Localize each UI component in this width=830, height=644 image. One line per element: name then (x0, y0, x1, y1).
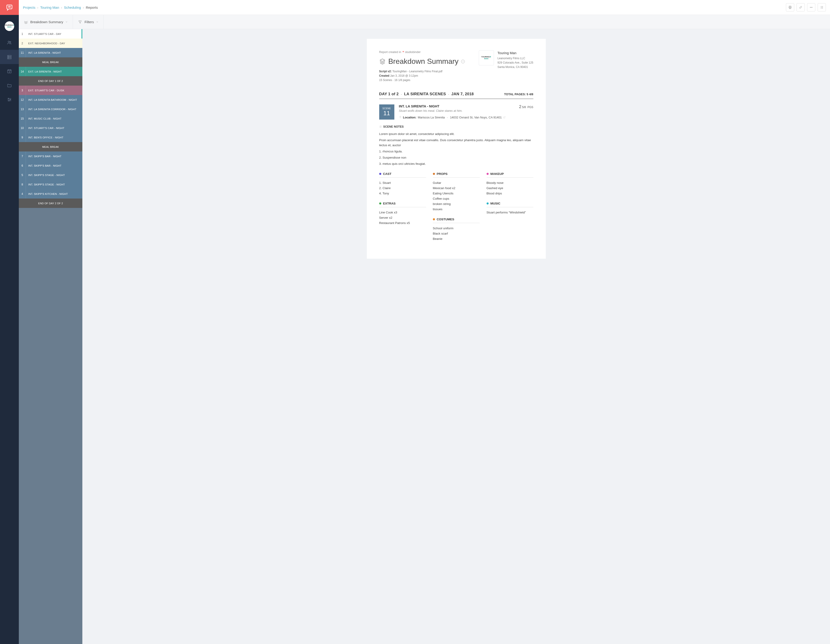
svg-point-16 (810, 7, 811, 8)
category-dot (433, 173, 435, 175)
scene-row[interactable]: 4INT. SKIPP'S KITCHEN - NIGHT (19, 189, 82, 198)
layers-icon (379, 58, 386, 65)
category-item: Stuart performs “Windshield” (486, 210, 533, 215)
svg-point-18 (812, 7, 813, 8)
scene-row[interactable]: 15INT. MUSIC CLUB - NIGHT (19, 114, 82, 123)
scene-label: INT. MUSIC CLUB - NIGHT (26, 114, 82, 123)
scene-notes: Lorem ipsum dolor sit amet, consectetur … (379, 132, 533, 167)
pin-icon (399, 116, 402, 119)
svg-point-11 (10, 99, 11, 100)
scene-number: 15 (19, 114, 26, 123)
category-makeup: MAKEUPBloody noseGashed eyeBlood drips (486, 172, 533, 196)
scene-row[interactable]: 10INT. STUART'S CAR - NIGHT (19, 123, 82, 133)
scene-label: EXT. STUART'S CAR - DUSK (26, 86, 82, 95)
category-item: 2. Claire (379, 186, 426, 191)
scene-description: Stuart wolfs down his meal. Claire stare… (399, 109, 463, 113)
category-item: Bloody nose (486, 181, 533, 186)
category-cast: CAST1. Stuart2. Claire4. Tony (379, 172, 426, 196)
scene-row[interactable]: 12INT. LA SIRENITA BATHROOM - NIGHT (19, 95, 82, 105)
breakdown-label: Breakdown Summary (30, 20, 63, 24)
chevron-right-icon: › (83, 5, 84, 10)
category-dot (486, 173, 489, 175)
chevron-down-icon (65, 21, 68, 23)
link-button[interactable] (797, 3, 805, 11)
scene-banner: END OF DAY 2 OF 2 (19, 198, 82, 208)
scene-label: INT. SKIPP'S STAGE - NIGHT (26, 170, 82, 180)
scene-row[interactable]: 1INT. STUART'S CAR - DAY (19, 29, 82, 38)
list-button[interactable] (817, 3, 826, 11)
category-item: Beanie (433, 236, 480, 242)
scene-banner: MEAL BREAK (19, 57, 82, 67)
filters-label: Filters (84, 20, 94, 24)
category-costumes: COSTUMESSchool uniformBlack scarfBeanie (433, 217, 480, 242)
external-link-icon[interactable] (503, 116, 505, 119)
nav-files-icon[interactable] (0, 78, 19, 92)
scene-label: INT. STUART'S CAR - DAY (26, 29, 81, 38)
category-label: CAST (383, 172, 391, 176)
project-avatar[interactable]: TOURING★MAN (5, 21, 14, 31)
scene-row[interactable]: 11INT. LA SIRENITA - NIGHT (19, 48, 82, 57)
topbar: Projects › Touring Man › Scheduling › Re… (19, 0, 830, 15)
scene-number: 10 (19, 123, 26, 133)
scene-label: INT. BEN'S OFFICE - NIGHT (26, 133, 82, 142)
project-logo: TOURING★MAN (479, 50, 494, 65)
project-info: Touring Man Leanometry Films LLC 929 Col… (497, 50, 533, 70)
scene-row[interactable]: 14EXT. LA SIRENITA - NIGHT (19, 67, 82, 76)
scene-label: INT. LA SIRENITA - NIGHT (26, 48, 82, 57)
scene-number: 9 (19, 133, 26, 142)
info-icon[interactable]: i (461, 60, 465, 63)
category-item: Eating Utencils (433, 191, 480, 196)
breakdown-dropdown[interactable]: Breakdown Summary (19, 15, 73, 29)
scene-row[interactable]: 5INT. SKIPP'S STAGE - NIGHT (19, 170, 82, 180)
scene-title: INT. LA SIRENITA - NIGHT (399, 105, 463, 108)
svg-point-10 (8, 98, 9, 99)
scene-number: 11 (19, 48, 26, 57)
chevron-right-icon: › (61, 5, 62, 10)
filters-dropdown[interactable]: Filters (73, 15, 104, 29)
print-button[interactable] (786, 3, 794, 11)
brand-line: Report created in ❝studiobinder (379, 50, 472, 54)
scene-number: 4 (19, 189, 26, 198)
category-dot (486, 202, 489, 205)
svg-point-12 (9, 100, 10, 101)
scene-row[interactable]: 8INT. SKIPP'S STAGE - NIGHT (19, 180, 82, 189)
report-meta: Script v2: TouringMan - Leanometry Films… (379, 69, 472, 82)
scene-number: 13 (19, 105, 26, 114)
nav-calendar-icon[interactable] (0, 64, 19, 78)
scene-banner: MEAL BREAK (19, 142, 82, 151)
page-title: Breakdown Summary i (379, 57, 472, 66)
nav-team-icon[interactable] (0, 36, 19, 50)
scene-row[interactable]: 7INT. SKIPP'S BAR - NIGHT (19, 151, 82, 161)
categories: CAST1. Stuart2. Claire4. TonyEXTRASLine … (379, 172, 533, 247)
category-dot (379, 173, 381, 175)
scene-row[interactable]: 6INT. SKIPP'S BAR - NIGHT (19, 161, 82, 170)
category-dot (433, 218, 435, 220)
category-item: Blood drips (486, 191, 533, 196)
more-button[interactable] (807, 3, 815, 11)
scene-row[interactable]: 2EXT. NEIGHBORHOOD - DAY (19, 38, 82, 48)
note-icon (379, 125, 382, 128)
crumb-project[interactable]: Touring Man (40, 5, 59, 10)
breadcrumb: Projects › Touring Man › Scheduling › Re… (23, 5, 98, 10)
crumb-scheduling[interactable]: Scheduling (64, 5, 81, 10)
scene-badge: SCENE 11 (379, 105, 394, 120)
nav-settings-icon[interactable] (0, 92, 19, 107)
scene-row[interactable]: 3EXT. STUART'S CAR - DUSK (19, 86, 82, 95)
category-item: 1. Stuart (379, 181, 426, 186)
svg-point-19 (400, 117, 401, 117)
scene-row[interactable]: 13INT. LA SIRENITA CORRIDOR - NIGHT (19, 105, 82, 114)
app-logo[interactable] (0, 0, 19, 15)
scene-row[interactable]: 9INT. BEN'S OFFICE - NIGHT (19, 133, 82, 142)
category-item: Coffee cups (433, 196, 480, 201)
category-item: Guitar (433, 181, 480, 186)
report-pane[interactable]: Report created in ❝studiobinder Breakdow… (82, 29, 830, 644)
category-item: School uniform (433, 226, 480, 231)
category-item: Black scarf (433, 231, 480, 236)
scene-list[interactable]: 1INT. STUART'S CAR - DAY2EXT. NEIGHBORHO… (19, 29, 82, 644)
category-label: PROPS (437, 172, 448, 176)
svg-point-0 (8, 41, 10, 43)
nav-breakdown-icon[interactable] (0, 50, 19, 64)
scene-notes-header: SCENE NOTES (379, 125, 533, 128)
crumb-projects[interactable]: Projects (23, 5, 35, 10)
category-extras: EXTRASLine Cook x3Server x2Restaurant Pa… (379, 202, 426, 226)
